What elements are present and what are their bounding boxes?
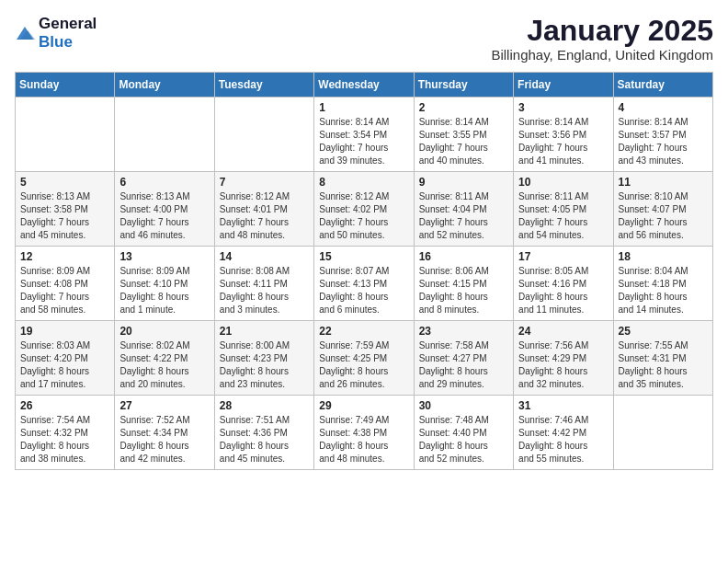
day-number: 14 [220, 250, 309, 263]
calendar-cell: 4Sunrise: 8:14 AMSunset: 3:57 PMDaylight… [613, 98, 712, 172]
day-number: 1 [319, 101, 408, 114]
calendar-cell: 8Sunrise: 8:12 AMSunset: 4:02 PMDaylight… [314, 172, 414, 247]
calendar-week-row: 12Sunrise: 8:09 AMSunset: 4:08 PMDayligh… [16, 247, 713, 321]
day-number: 17 [518, 250, 608, 263]
day-number: 26 [20, 399, 109, 412]
calendar-cell: 7Sunrise: 8:12 AMSunset: 4:01 PMDaylight… [214, 172, 313, 247]
calendar-cell: 10Sunrise: 8:11 AMSunset: 4:05 PMDayligh… [514, 172, 613, 247]
calendar-cell: 22Sunrise: 7:59 AMSunset: 4:25 PMDayligh… [314, 321, 414, 396]
day-number: 20 [119, 325, 209, 338]
calendar-cell: 29Sunrise: 7:49 AMSunset: 4:38 PMDayligh… [314, 396, 414, 470]
day-number: 22 [319, 325, 408, 338]
day-number: 27 [119, 399, 209, 412]
day-info: Sunrise: 8:14 AMSunset: 3:55 PMDaylight:… [419, 116, 508, 167]
calendar-cell: 9Sunrise: 8:11 AMSunset: 4:04 PMDaylight… [414, 172, 513, 247]
calendar-week-row: 19Sunrise: 8:03 AMSunset: 4:20 PMDayligh… [16, 321, 713, 396]
calendar-cell: 14Sunrise: 8:08 AMSunset: 4:11 PMDayligh… [214, 247, 313, 321]
calendar-cell: 30Sunrise: 7:48 AMSunset: 4:40 PMDayligh… [414, 396, 513, 470]
calendar-cell: 6Sunrise: 8:13 AMSunset: 4:00 PMDaylight… [115, 172, 214, 247]
weekday-header-saturday: Saturday [613, 73, 712, 98]
day-number: 13 [119, 250, 209, 263]
calendar-cell: 18Sunrise: 8:04 AMSunset: 4:18 PMDayligh… [613, 247, 712, 321]
calendar-cell: 19Sunrise: 8:03 AMSunset: 4:20 PMDayligh… [16, 321, 115, 396]
logo: General Blue [15, 15, 97, 51]
day-number: 9 [419, 176, 508, 189]
calendar-cell [214, 98, 313, 172]
day-info: Sunrise: 8:12 AMSunset: 4:02 PMDaylight:… [319, 190, 408, 242]
calendar-cell: 24Sunrise: 7:56 AMSunset: 4:29 PMDayligh… [514, 321, 613, 396]
day-info: Sunrise: 7:58 AMSunset: 4:27 PMDaylight:… [419, 339, 508, 391]
location-title: Billinghay, England, United Kingdom [491, 47, 713, 63]
logo-general: General [39, 15, 97, 33]
day-number: 30 [419, 399, 508, 412]
day-info: Sunrise: 8:07 AMSunset: 4:13 PMDaylight:… [319, 265, 408, 316]
weekday-header-wednesday: Wednesday [314, 73, 414, 98]
day-number: 12 [20, 250, 109, 263]
calendar-week-row: 26Sunrise: 7:54 AMSunset: 4:32 PMDayligh… [16, 396, 713, 470]
day-number: 24 [518, 325, 608, 338]
weekday-header-sunday: Sunday [16, 73, 115, 98]
calendar-week-row: 5Sunrise: 8:13 AMSunset: 3:58 PMDaylight… [16, 172, 713, 247]
calendar-cell [115, 98, 214, 172]
day-number: 15 [319, 250, 408, 263]
title-area: January 2025 Billinghay, England, United… [491, 15, 713, 63]
day-info: Sunrise: 7:54 AMSunset: 4:32 PMDaylight:… [20, 414, 109, 465]
day-info: Sunrise: 8:12 AMSunset: 4:01 PMDaylight:… [220, 190, 309, 242]
day-number: 10 [518, 176, 608, 189]
day-number: 29 [319, 399, 408, 412]
day-number: 8 [319, 176, 408, 189]
calendar-cell: 31Sunrise: 7:46 AMSunset: 4:42 PMDayligh… [514, 396, 613, 470]
day-info: Sunrise: 8:00 AMSunset: 4:23 PMDaylight:… [220, 339, 309, 391]
day-info: Sunrise: 8:03 AMSunset: 4:20 PMDaylight:… [20, 339, 109, 391]
day-info: Sunrise: 8:09 AMSunset: 4:08 PMDaylight:… [20, 265, 109, 316]
calendar-cell: 27Sunrise: 7:52 AMSunset: 4:34 PMDayligh… [115, 396, 214, 470]
day-info: Sunrise: 7:59 AMSunset: 4:25 PMDaylight:… [319, 339, 408, 391]
calendar-cell: 2Sunrise: 8:14 AMSunset: 3:55 PMDaylight… [414, 98, 513, 172]
weekday-header-tuesday: Tuesday [214, 73, 313, 98]
day-number: 11 [619, 176, 708, 189]
weekday-header-row: SundayMondayTuesdayWednesdayThursdayFrid… [16, 73, 713, 98]
day-info: Sunrise: 7:51 AMSunset: 4:36 PMDaylight:… [220, 414, 309, 465]
day-info: Sunrise: 8:10 AMSunset: 4:07 PMDaylight:… [619, 190, 708, 242]
day-info: Sunrise: 7:56 AMSunset: 4:29 PMDaylight:… [518, 339, 608, 391]
calendar-cell: 25Sunrise: 7:55 AMSunset: 4:31 PMDayligh… [613, 321, 712, 396]
day-info: Sunrise: 8:04 AMSunset: 4:18 PMDaylight:… [619, 265, 708, 316]
header: General Blue January 2025 Billinghay, En… [15, 15, 713, 63]
calendar-cell: 26Sunrise: 7:54 AMSunset: 4:32 PMDayligh… [16, 396, 115, 470]
day-number: 21 [220, 325, 309, 338]
day-info: Sunrise: 7:49 AMSunset: 4:38 PMDaylight:… [319, 414, 408, 465]
calendar-cell: 3Sunrise: 8:14 AMSunset: 3:56 PMDaylight… [514, 98, 613, 172]
month-title: January 2025 [491, 15, 713, 47]
calendar-cell [613, 396, 712, 470]
day-info: Sunrise: 7:48 AMSunset: 4:40 PMDaylight:… [419, 414, 508, 465]
day-number: 3 [518, 101, 608, 114]
calendar-cell: 11Sunrise: 8:10 AMSunset: 4:07 PMDayligh… [613, 172, 712, 247]
calendar-cell: 5Sunrise: 8:13 AMSunset: 3:58 PMDaylight… [16, 172, 115, 247]
day-info: Sunrise: 8:11 AMSunset: 4:04 PMDaylight:… [419, 190, 508, 242]
day-info: Sunrise: 8:14 AMSunset: 3:56 PMDaylight:… [518, 116, 608, 167]
day-info: Sunrise: 7:52 AMSunset: 4:34 PMDaylight:… [119, 414, 209, 465]
day-number: 7 [220, 176, 309, 189]
day-number: 4 [619, 101, 708, 114]
day-info: Sunrise: 8:02 AMSunset: 4:22 PMDaylight:… [119, 339, 209, 391]
calendar-cell: 13Sunrise: 8:09 AMSunset: 4:10 PMDayligh… [115, 247, 214, 321]
calendar-cell: 23Sunrise: 7:58 AMSunset: 4:27 PMDayligh… [414, 321, 513, 396]
weekday-header-thursday: Thursday [414, 73, 513, 98]
logo-icon [15, 23, 35, 43]
calendar-cell: 1Sunrise: 8:14 AMSunset: 3:54 PMDaylight… [314, 98, 414, 172]
day-info: Sunrise: 7:55 AMSunset: 4:31 PMDaylight:… [619, 339, 708, 391]
day-info: Sunrise: 8:14 AMSunset: 3:54 PMDaylight:… [319, 116, 408, 167]
calendar-cell: 12Sunrise: 8:09 AMSunset: 4:08 PMDayligh… [16, 247, 115, 321]
day-number: 23 [419, 325, 508, 338]
day-info: Sunrise: 8:05 AMSunset: 4:16 PMDaylight:… [518, 265, 608, 316]
day-number: 25 [619, 325, 708, 338]
calendar-cell: 20Sunrise: 8:02 AMSunset: 4:22 PMDayligh… [115, 321, 214, 396]
calendar-week-row: 1Sunrise: 8:14 AMSunset: 3:54 PMDaylight… [16, 98, 713, 172]
calendar-cell: 16Sunrise: 8:06 AMSunset: 4:15 PMDayligh… [414, 247, 513, 321]
day-number: 18 [619, 250, 708, 263]
calendar-cell [16, 98, 115, 172]
day-number: 31 [518, 399, 608, 412]
calendar-table: SundayMondayTuesdayWednesdayThursdayFrid… [15, 72, 713, 470]
day-info: Sunrise: 8:06 AMSunset: 4:15 PMDaylight:… [419, 265, 508, 316]
day-info: Sunrise: 8:08 AMSunset: 4:11 PMDaylight:… [220, 265, 309, 316]
